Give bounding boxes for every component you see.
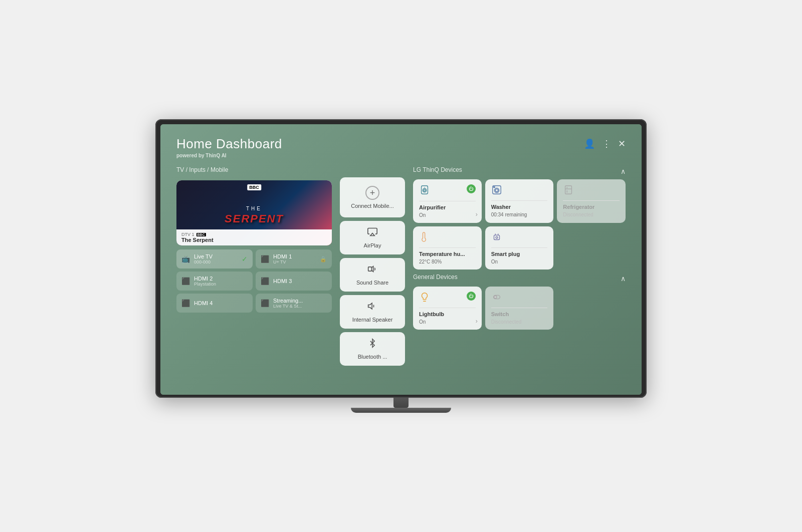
header: Home Dashboard powered by ThinQ AI 👤 ⋮ ✕ <box>176 136 626 158</box>
left-panel: TV / Inputs / Mobile BBC THE SERPENT <box>176 166 332 385</box>
device-airpurifier-header: ⏻ <box>419 184 476 198</box>
switch-icon <box>491 292 502 305</box>
refrigerator-icon <box>563 184 574 197</box>
thinq-section-header: LG ThinQ Devices ∧ <box>413 166 626 176</box>
temperature-status: 22°C 80% <box>419 259 476 264</box>
device-switch-header <box>491 292 548 305</box>
refrigerator-status: Disconnected <box>563 212 620 217</box>
temperature-name: Temperature hu... <box>419 251 476 257</box>
hdmi4-text: HDMI 4 <box>194 300 213 306</box>
internal-speaker-button[interactable]: Internal Speaker <box>340 295 405 329</box>
bbc-small-badge: BBC <box>196 233 206 236</box>
bbc-badge: BBC <box>247 184 261 190</box>
tv-channel: DTV 1 BBC <box>181 232 327 237</box>
general-devices-section: General Devices ∧ <box>413 274 626 330</box>
thinq-devices-section: LG ThinQ Devices ∧ <box>413 166 626 270</box>
connect-mobile-label: Connect Mobile... <box>351 203 394 209</box>
airpurifier-power-on[interactable]: ⏻ <box>467 184 476 193</box>
svg-point-25 <box>494 296 497 299</box>
device-washer-header <box>491 184 548 197</box>
device-divider <box>563 200 620 201</box>
connect-mobile-button[interactable]: + Connect Mobile... <box>340 177 405 217</box>
input-hdmi3[interactable]: ⬛ HDMI 3 <box>256 272 332 291</box>
lightbulb-name: Lightbulb <box>419 311 476 317</box>
input-hdmi4[interactable]: ⬛ HDMI 4 <box>176 294 253 313</box>
device-switch[interactable]: Switch Disconnected <box>485 287 554 330</box>
airplay-label: AirPlay <box>364 242 381 248</box>
airpurifier-status: On <box>419 212 476 218</box>
lightbulb-status: On <box>419 319 476 325</box>
device-lightbulb[interactable]: ⏻ Lightbulb On › <box>413 287 482 330</box>
tv-show-name: The Serpent <box>181 237 327 243</box>
thinq-section-label: LG ThinQ Devices <box>413 166 462 173</box>
live-tv-text: Live TV 000-000 <box>194 253 213 264</box>
user-icon[interactable]: 👤 <box>584 138 595 149</box>
temperature-icon <box>419 231 429 244</box>
menu-icon[interactable]: ⋮ <box>602 138 611 149</box>
show-the: THE <box>225 206 284 211</box>
bluetooth-button[interactable]: Bluetooth ... <box>340 332 405 366</box>
hdmi3-text: HDMI 3 <box>273 278 292 284</box>
device-smartplug-header <box>491 231 548 244</box>
device-temperature-header <box>419 231 476 244</box>
svg-point-10 <box>424 189 426 191</box>
hdmi4-icon: ⬛ <box>181 299 190 307</box>
stand-base <box>351 408 451 413</box>
device-lightbulb-header: ⏻ <box>419 292 476 305</box>
show-title: SERPENT <box>225 212 284 225</box>
airpurifier-name: Airpurifier <box>419 204 476 210</box>
device-divider <box>419 201 476 201</box>
airplay-button[interactable]: AirPlay <box>340 221 405 254</box>
speaker-icon <box>367 301 377 314</box>
live-tv-check: ✓ <box>242 255 248 263</box>
device-temperature[interactable]: Temperature hu... 22°C 80% <box>413 226 482 270</box>
header-actions: 👤 ⋮ ✕ <box>584 138 626 149</box>
hdmi1-icon: ⬛ <box>261 255 269 263</box>
general-chevron-up[interactable]: ∧ <box>621 275 626 283</box>
lightbulb-icon <box>419 292 430 305</box>
middle-panel: + Connect Mobile... AirPlay <box>340 177 405 385</box>
bluetooth-label: Bluetooth ... <box>358 354 387 360</box>
airplay-icon <box>367 227 377 239</box>
tv-section-label: TV / Inputs / Mobile <box>176 166 332 173</box>
device-washer[interactable]: Washer 00:34 remaining <box>485 179 554 223</box>
smartplug-name: Smart plug <box>491 251 548 257</box>
switch-status: Disconnected <box>491 319 548 325</box>
input-live-tv[interactable]: 📺 Live TV 000-000 ✓ <box>176 249 253 269</box>
lightbulb-chevron[interactable]: › <box>476 318 478 325</box>
sound-share-button[interactable]: Sound Share <box>340 258 405 292</box>
device-smartplug[interactable]: Smart plug On <box>485 226 554 270</box>
dashboard: Home Dashboard powered by ThinQ AI 👤 ⋮ ✕ <box>160 124 642 395</box>
washer-name: Washer <box>491 204 548 210</box>
thinq-chevron-up[interactable]: ∧ <box>621 167 626 175</box>
lightbulb-power-on[interactable]: ⏻ <box>467 292 476 301</box>
input-hdmi2[interactable]: ⬛ HDMI 2 Playstation <box>176 272 253 291</box>
hdmi1-text: HDMI 1 U+ TV <box>273 253 292 264</box>
svg-point-14 <box>495 189 498 192</box>
hdmi1-lock: 🔒 <box>320 256 327 262</box>
input-grid: 📺 Live TV 000-000 ✓ ⬛ HDMI 1 <box>176 249 332 313</box>
tv-stand <box>155 398 647 413</box>
airpurifier-chevron[interactable]: › <box>476 211 478 218</box>
input-streaming[interactable]: ⬛ Streaming... Live TV & St... <box>256 294 332 313</box>
svg-rect-20 <box>494 235 499 239</box>
tv-frame: Home Dashboard powered by ThinQ AI 👤 ⋮ ✕ <box>155 119 647 398</box>
tv-card-info: DTV 1 BBC The Serpent <box>176 229 332 245</box>
switch-name: Switch <box>491 311 548 317</box>
general-devices-grid: ⏻ Lightbulb On › <box>413 287 626 330</box>
device-refrigerator[interactable]: Refrigerator Disconnected <box>557 179 626 223</box>
internal-speaker-label: Internal Speaker <box>352 317 393 323</box>
washer-power <box>538 184 547 193</box>
device-airpurifier[interactable]: ⏻ Airpurifier On › <box>413 179 482 223</box>
svg-marker-5 <box>370 233 374 236</box>
general-section-label: General Devices <box>413 274 458 281</box>
close-icon[interactable]: ✕ <box>618 138 626 149</box>
live-tv-icon: 📺 <box>181 255 190 263</box>
thinq-devices-grid: ⏻ Airpurifier On › <box>413 179 626 270</box>
smartplug-status: On <box>491 259 548 264</box>
svg-point-23 <box>496 236 498 238</box>
tv-card[interactable]: BBC THE SERPENT DTV 1 BBC <box>176 180 332 245</box>
device-divider <box>419 308 476 308</box>
device-divider <box>491 308 548 308</box>
input-hdmi1[interactable]: ⬛ HDMI 1 U+ TV 🔒 <box>256 249 332 269</box>
